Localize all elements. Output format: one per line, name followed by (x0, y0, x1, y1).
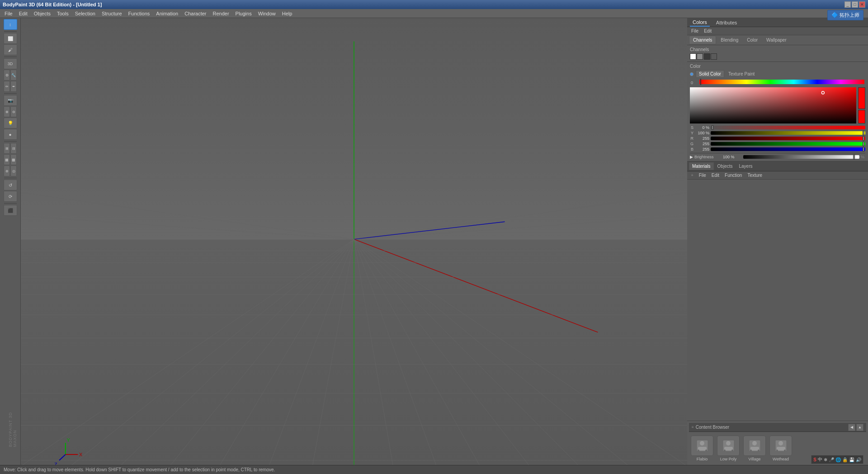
promo-button[interactable]: 🔷 拓扑上师 (827, 10, 863, 20)
tray-icon-zh[interactable]: 中 (818, 456, 822, 463)
tray-icon-snowflake[interactable]: ❄ (824, 457, 827, 462)
tool-camera[interactable]: 📷 (4, 95, 17, 106)
mat-tab-layers[interactable]: Layers (736, 163, 755, 170)
tool-grid-a[interactable]: ⊞ (4, 143, 10, 154)
y-value: 100 % (695, 131, 709, 135)
s-slider[interactable] (711, 126, 865, 129)
y-slider[interactable] (711, 131, 865, 135)
tray-icon-usb[interactable]: 💾 (849, 457, 854, 462)
tool-3d-b[interactable]: 🔧 (10, 70, 17, 81)
window-controls[interactable]: _ □ ✕ (844, 1, 865, 8)
tool-snap-b[interactable]: ◎ (10, 166, 17, 176)
g-value: 255 (695, 142, 709, 146)
menu-functions[interactable]: Functions (126, 10, 153, 17)
tool-grid-b[interactable]: ⊟ (10, 143, 17, 154)
menu-animation[interactable]: Animation (153, 10, 181, 17)
slider-row-y: Y 100 % (690, 131, 865, 135)
mat-menu-file[interactable]: File (697, 172, 708, 178)
swatch-dark1[interactable] (704, 53, 710, 60)
svg-point-52 (726, 441, 731, 446)
tool-sphere[interactable]: ● (4, 129, 17, 140)
mat-tab-objects[interactable]: Objects (715, 163, 736, 170)
colors-menu-file[interactable]: File (689, 28, 701, 34)
mat-menu-function[interactable]: Function (722, 172, 744, 178)
menu-help[interactable]: Help (279, 10, 295, 17)
mat-tab-materials[interactable]: Materials (689, 162, 714, 170)
cb-back-icon[interactable]: ◀ (848, 424, 855, 431)
svg-point-64 (776, 450, 778, 451)
y-label: Y (690, 131, 693, 135)
cb-expand-icon[interactable]: ▲ (856, 424, 863, 431)
tray-icon-network[interactable]: 🌐 (835, 457, 841, 462)
toolbar-separator-1 (4, 31, 17, 32)
tool-light[interactable]: 💡 (4, 118, 17, 128)
tool-snap-a[interactable]: ⊛ (4, 166, 10, 176)
left-toolbar: ↕ ⬜ 🖌 3D ⚙ 🔧 ✏ ✒ 📷 ⊕ ⊖ 💡 ● ⊞ ⊟ ▦ ▩ ⊛ ◎ ↺… (0, 18, 21, 465)
maximize-button[interactable]: □ (852, 1, 858, 8)
swatch-dark2[interactable] (711, 53, 717, 60)
tool-mesh-a[interactable]: ▦ (4, 154, 10, 165)
svg-text:Z: Z (54, 462, 57, 465)
g-slider[interactable] (711, 142, 865, 146)
mat-menu-edit[interactable]: Edit (709, 172, 722, 178)
content-item-lowpoly[interactable]: Low Poly (717, 436, 740, 461)
tool-cam-b[interactable]: ⊖ (10, 106, 17, 117)
menu-structure[interactable]: Structure (99, 10, 125, 17)
minimize-button[interactable]: _ (844, 1, 851, 8)
content-item-flabio[interactable]: Flabio (691, 436, 713, 461)
tray-icon-mic[interactable]: 🎤 (829, 457, 834, 462)
tool-floor[interactable]: ⬛ (4, 205, 17, 216)
brightness-toggle[interactable]: ▶ (690, 155, 693, 159)
tool-cam-a[interactable]: ⊕ (4, 106, 10, 117)
tool-cycle[interactable]: ⟳ (4, 191, 17, 202)
tool-edit-a[interactable]: ✏ (4, 81, 10, 92)
menu-character[interactable]: Character (182, 10, 209, 17)
tool-mesh-b[interactable]: ▩ (10, 154, 17, 165)
s-thumb (712, 125, 713, 130)
colors-menu-edit[interactable]: Edit (702, 28, 714, 34)
color-square[interactable] (690, 87, 856, 123)
tray-icon-s[interactable]: S (813, 457, 816, 462)
brightness-slider[interactable] (743, 155, 859, 159)
menu-plugins[interactable]: Plugins (233, 10, 255, 17)
menu-render[interactable]: Render (210, 10, 232, 17)
tab-wallpaper[interactable]: Wallpaper (762, 36, 791, 44)
close-button[interactable]: ✕ (859, 1, 865, 8)
content-item-wethead[interactable]: Wethead (769, 436, 792, 461)
tool-3d[interactable]: 3D (4, 58, 17, 69)
b-slider[interactable] (711, 147, 865, 151)
tool-select[interactable]: ⬜ (4, 33, 17, 44)
old-color-preview (858, 110, 865, 123)
tool-move[interactable]: ↕ (4, 19, 17, 30)
tool-pair-5: ▦ ▩ (4, 154, 17, 165)
tool-edit-b[interactable]: ✒ (10, 81, 17, 92)
tool-paint[interactable]: 🖌 (4, 44, 17, 55)
g-thumb (863, 142, 864, 146)
mode-solid-color[interactable]: Solid Color (696, 70, 724, 78)
tool-3d-a[interactable]: ⚙ (4, 70, 10, 81)
tab-channels[interactable]: Channels (689, 36, 716, 44)
tab-color[interactable]: Color (743, 36, 762, 44)
tab-blending[interactable]: Blending (717, 36, 742, 44)
menu-selection[interactable]: Selection (72, 10, 98, 17)
tool-rotate[interactable]: ↺ (4, 180, 17, 190)
panel-tab-colors[interactable]: Colors (690, 19, 710, 27)
menu-edit[interactable]: Edit (16, 10, 30, 17)
solid-color-radio[interactable] (690, 72, 693, 76)
tray-icon-vol[interactable]: 🔊 (856, 457, 861, 462)
menu-window[interactable]: Window (255, 10, 278, 17)
menu-objects[interactable]: Objects (31, 10, 53, 17)
menu-file[interactable]: File (2, 10, 15, 17)
mode-texture-paint[interactable]: Texture Paint (725, 70, 758, 78)
panel-tab-attributes[interactable]: Attributes (713, 19, 740, 26)
color-square-container[interactable] (690, 87, 856, 123)
mat-menu-texture[interactable]: Texture (745, 172, 764, 178)
menu-tools[interactable]: Tools (54, 10, 71, 17)
tray-icon-lock[interactable]: 🔒 (842, 457, 848, 462)
content-item-village[interactable]: Village (743, 436, 766, 461)
swatch-white[interactable] (690, 53, 696, 60)
r-slider[interactable] (711, 137, 865, 140)
hue-slider[interactable] (699, 80, 864, 84)
swatch-gray[interactable] (697, 53, 703, 60)
viewport[interactable]: View Texture ⤢ 🎥 ▶ ⚙ Edit Cameras Displa… (21, 18, 687, 465)
